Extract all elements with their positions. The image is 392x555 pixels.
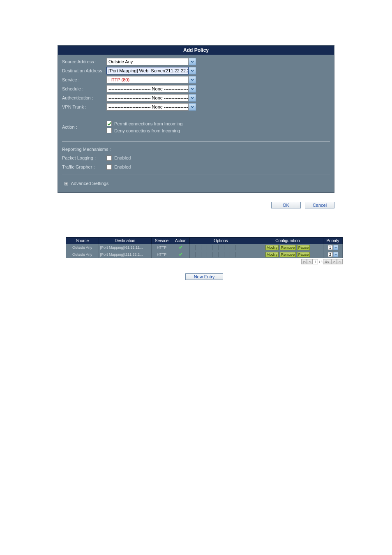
pager: |< < 1 / 1 Go > >| <box>66 259 343 264</box>
th-destination: Destination <box>99 238 152 244</box>
th-priority: Priority <box>323 238 343 244</box>
modify-button[interactable]: Modify <box>265 245 279 250</box>
new-entry-wrap: New Entry <box>66 273 343 280</box>
traffic-grapher-chk[interactable]: Enabled <box>106 164 131 170</box>
checkbox-traffic-grapher[interactable] <box>106 164 112 170</box>
action-block: Action : Permit connections from Incomin… <box>62 117 330 139</box>
pager-first-icon[interactable]: |< <box>301 259 307 264</box>
select-destination-value: [Port Mapping] Web_Server(211.22.22.22) <box>106 67 189 74</box>
cell-options <box>189 251 252 258</box>
traffic-grapher-enabled: Enabled <box>114 164 131 169</box>
action-options: Permit connections from Incoming Deny co… <box>106 121 182 133</box>
cell-destination: [Port Mapping](61.11.11... <box>99 244 152 251</box>
select-schedule[interactable]: ---------------------------- None ------… <box>106 85 196 92</box>
row-vpn: VPN Trunk : ----------------------------… <box>62 102 330 111</box>
th-options: Options <box>189 238 252 244</box>
pause-button[interactable]: Pause <box>297 245 310 250</box>
cell-priority: 2 <box>323 251 343 258</box>
chevron-down-icon <box>189 103 196 111</box>
select-service-value: HTTP (80) <box>106 76 189 83</box>
select-source-value: Outside Any <box>106 58 189 65</box>
divider <box>62 141 330 142</box>
label-destination: Destination Address : <box>62 68 106 73</box>
table-row: Outside Any [Port Mapping](211.22.2... H… <box>66 251 343 258</box>
cell-configuration: Modify Remove Pause <box>252 251 323 258</box>
cancel-button[interactable]: Cancel <box>305 202 334 208</box>
select-vpn[interactable]: ---------------------------- None ------… <box>106 103 196 111</box>
chevron-down-icon[interactable] <box>333 252 338 257</box>
reporting-header: Reporting Mechanisms : <box>62 144 330 153</box>
packet-logging-chk[interactable]: Enabled <box>106 155 131 161</box>
deny-label: Deny connections from Incoming <box>114 128 180 133</box>
policy-table: Source Destination Service Action Option… <box>66 237 343 258</box>
label-packet-logging: Packet Logging : <box>62 155 106 160</box>
panel-body: Source Address : Outside Any Destination… <box>58 55 334 192</box>
priority-value: 2 <box>328 252 333 257</box>
row-packet-logging: Packet Logging : Enabled <box>62 153 330 162</box>
cell-action: ✔ <box>172 251 189 258</box>
label-service: Service : <box>62 77 106 82</box>
advanced-label: Advanced Settings <box>71 181 108 186</box>
modify-button[interactable]: Modify <box>265 252 279 257</box>
cell-source: Outside Any <box>66 244 99 251</box>
select-destination[interactable]: [Port Mapping] Web_Server(211.22.22.22) <box>106 67 196 74</box>
th-source: Source <box>66 238 99 244</box>
checkmark-icon: ✔ <box>179 245 183 250</box>
checkmark-icon: ✔ <box>179 252 183 257</box>
packet-logging-enabled: Enabled <box>114 155 131 160</box>
new-entry-button[interactable]: New Entry <box>185 273 224 280</box>
checkbox-packet-logging[interactable] <box>106 155 112 161</box>
pager-go-button[interactable]: Go <box>323 259 331 264</box>
select-source[interactable]: Outside Any <box>106 58 196 65</box>
chevron-down-icon <box>189 58 196 65</box>
label-schedule: Schedule : <box>62 86 106 91</box>
th-action: Action <box>172 238 189 244</box>
chevron-down-icon <box>189 94 196 102</box>
cell-destination: [Port Mapping](211.22.2... <box>99 251 152 258</box>
divider <box>62 114 330 114</box>
cell-action: ✔ <box>172 244 189 251</box>
label-vpn: VPN Trunk : <box>62 104 106 109</box>
priority-value: 1 <box>328 245 333 250</box>
permit-label: Permit connections from Incoming <box>114 121 182 126</box>
option-permit[interactable]: Permit connections from Incoming <box>106 121 182 126</box>
row-source: Source Address : Outside Any <box>62 57 330 66</box>
chevron-down-icon[interactable] <box>333 245 338 250</box>
cell-source: Outside Any <box>66 251 99 258</box>
option-deny[interactable]: Deny connections from Incoming <box>106 128 182 133</box>
label-traffic-grapher: Traffic Grapher : <box>62 164 106 169</box>
remove-button[interactable]: Remove <box>280 245 296 250</box>
cell-priority: 1 <box>323 244 343 251</box>
th-configuration: Configuration <box>252 238 323 244</box>
pager-prev-icon[interactable]: < <box>307 259 313 264</box>
select-authentication[interactable]: ---------------------------- None ------… <box>106 94 196 102</box>
cell-service: HTTP <box>152 251 172 258</box>
ok-button[interactable]: OK <box>271 202 301 208</box>
plus-icon: + <box>65 182 68 185</box>
advanced-settings-toggle[interactable]: + Advanced Settings <box>62 177 330 191</box>
pause-button[interactable]: Pause <box>297 252 310 257</box>
label-authentication: Authentication : <box>62 95 106 100</box>
select-vpn-value: ---------------------------- None ------… <box>106 103 189 111</box>
chevron-down-icon <box>189 67 196 74</box>
checkbox-deny[interactable] <box>106 128 112 133</box>
pager-current: 1 <box>313 259 318 264</box>
row-destination: Destination Address : [Port Mapping] Web… <box>62 66 330 75</box>
select-service[interactable]: HTTP (80) <box>106 76 196 83</box>
label-source: Source Address : <box>62 59 106 64</box>
checkbox-permit[interactable] <box>106 121 112 126</box>
pager-last-icon[interactable]: >| <box>337 259 343 264</box>
row-schedule: Schedule : ---------------------------- … <box>62 84 330 93</box>
th-service: Service <box>152 238 172 244</box>
form-buttons: OK Cancel <box>0 202 334 208</box>
row-service: Service : HTTP (80) <box>62 75 330 84</box>
row-traffic-grapher: Traffic Grapher : Enabled <box>62 162 330 171</box>
select-schedule-value: ---------------------------- None ------… <box>106 85 189 92</box>
chevron-down-icon <box>189 85 196 92</box>
chevron-down-icon <box>189 76 196 83</box>
cell-configuration: Modify Remove Pause <box>252 244 323 251</box>
table-row: Outside Any [Port Mapping](61.11.11... H… <box>66 244 343 251</box>
cell-service: HTTP <box>152 244 172 251</box>
pager-next-icon[interactable]: > <box>331 259 337 264</box>
remove-button[interactable]: Remove <box>280 252 296 257</box>
